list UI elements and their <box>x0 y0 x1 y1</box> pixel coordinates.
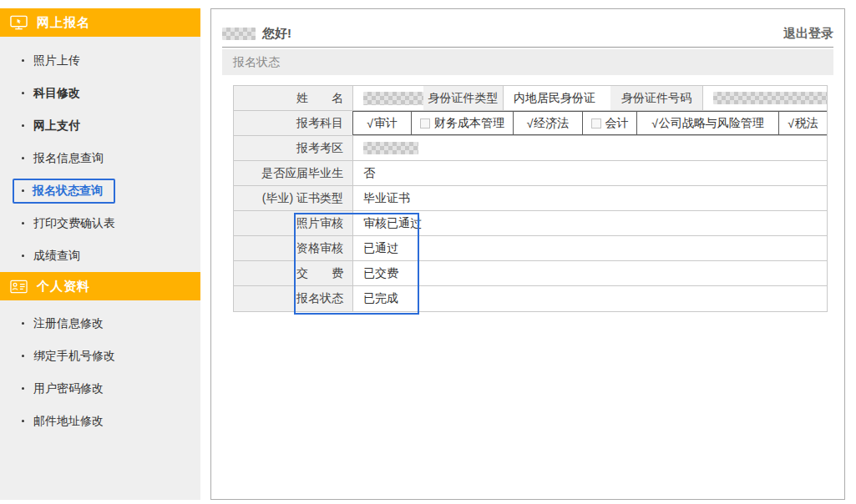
bullet-icon <box>22 189 24 192</box>
id-type-value: 内地居民身份证 <box>503 86 610 110</box>
sidebar-item-subject-modify[interactable]: 科目修改 <box>0 77 200 109</box>
qualification-review-label: 资格审核 <box>234 236 352 260</box>
registration-status-label: 报名状态 <box>234 286 352 311</box>
subject-tax-law: √ 税法 <box>779 111 827 135</box>
photo-review-label: 照片审核 <box>234 211 352 235</box>
selected-item-outline: 报名状态查询 <box>13 179 115 204</box>
redacted-exam-district <box>363 142 418 154</box>
table-row-exam-district: 报考考区 <box>234 136 827 161</box>
subject-strategy-risk: √ 公司战略与风险管理 <box>637 111 779 135</box>
bullet-icon <box>22 59 24 62</box>
subject-financial-cost-management: 财务成本管理 <box>412 111 514 135</box>
header-divider <box>222 47 833 48</box>
table-row-registration-status: 报名状态 已完成 <box>234 286 827 311</box>
exam-district-value <box>352 136 827 160</box>
section-title: 报名状态 <box>233 55 280 70</box>
table-row-subjects: 报考科目 √ 审计 财务成本管理 √ 经济法 <box>234 111 827 136</box>
subject-accounting: 会计 <box>583 111 637 135</box>
bullet-icon <box>22 420 24 422</box>
sidebar-section-online-registration: 网上报名 <box>0 8 200 37</box>
checkbox-unchecked-icon <box>420 118 430 129</box>
checkbox-unchecked-icon <box>591 118 601 129</box>
subjects-cells: √ 审计 财务成本管理 √ 经济法 会计 <box>352 111 827 135</box>
name-value <box>352 86 423 110</box>
exam-district-label: 报考考区 <box>234 136 352 160</box>
greeting: 您好! <box>222 26 291 42</box>
sidebar-section2-title: 个人资料 <box>37 279 90 295</box>
certificate-type-value: 毕业证书 <box>352 186 827 210</box>
bullet-icon <box>22 355 24 357</box>
table-row-photo-review: 照片审核 审核已通过 <box>234 211 827 236</box>
redacted-username <box>222 28 256 40</box>
sidebar-item-password-modify[interactable]: 用户密码修改 <box>0 372 200 405</box>
logout-link[interactable]: 退出登录 <box>783 26 833 42</box>
sidebar-item-phone-modify[interactable]: 绑定手机号修改 <box>0 340 200 372</box>
bullet-icon <box>22 92 24 94</box>
name-label: 姓 名 <box>234 86 352 110</box>
table-row-certificate-type: (毕业) 证书类型 毕业证书 <box>234 186 827 211</box>
sidebar-item-photo-upload[interactable]: 照片上传 <box>0 44 200 77</box>
panel-header: 您好! 退出登录 <box>222 21 833 46</box>
sidebar-section-personal-info: 个人资料 <box>0 272 200 300</box>
certificate-type-label: (毕业) 证书类型 <box>234 186 352 210</box>
payment-label: 交 费 <box>234 261 352 285</box>
table-row-fresh-graduate: 是否应届毕业生 否 <box>234 161 827 186</box>
bullet-icon <box>22 387 24 390</box>
redacted-id-number <box>713 92 827 104</box>
id-type-label: 身份证件类型 <box>423 86 503 110</box>
redacted-name <box>363 92 423 105</box>
bullet-icon <box>22 322 24 325</box>
fresh-graduate-label: 是否应届毕业生 <box>234 161 352 185</box>
check-icon: √ <box>788 117 794 130</box>
sidebar-menu-registration: 照片上传 科目修改 网上支付 报名信息查询 报名状态查询 打印交费确认表 成绩查… <box>0 44 200 272</box>
main-panel: 您好! 退出登录 报名状态 姓 名 身份证件类型 内地居民身份证 身份证件号码 <box>210 8 845 500</box>
qualification-review-value: 已通过 <box>352 236 827 260</box>
sidebar-section1-title: 网上报名 <box>37 15 90 31</box>
check-icon: √ <box>367 117 373 130</box>
sidebar-menu-personal: 注册信息修改 绑定手机号修改 用户密码修改 邮件地址修改 <box>0 307 200 437</box>
greeting-text: 您好! <box>262 26 291 42</box>
check-icon: √ <box>527 117 534 130</box>
registration-status-value: 已完成 <box>352 286 827 311</box>
id-number-value <box>702 86 827 110</box>
sidebar-item-registration-info-modify[interactable]: 注册信息修改 <box>0 307 200 340</box>
photo-review-value: 审核已通过 <box>352 211 827 235</box>
payment-value: 已交费 <box>352 261 827 285</box>
bullet-icon <box>22 255 24 257</box>
table-row-identity: 姓 名 身份证件类型 内地居民身份证 身份证件号码 <box>234 86 827 111</box>
sidebar: 网上报名 照片上传 科目修改 网上支付 报名信息查询 报名状态查询 打印交费确认… <box>0 8 200 500</box>
subject-audit: √ 审计 <box>353 111 412 135</box>
subject-economic-law: √ 经济法 <box>514 111 583 135</box>
sidebar-item-online-payment[interactable]: 网上支付 <box>0 109 200 142</box>
bullet-icon <box>22 124 24 127</box>
table-row-payment: 交 费 已交费 <box>234 261 827 286</box>
monitor-icon <box>10 15 28 30</box>
subjects-label: 报考科目 <box>234 111 352 135</box>
fresh-graduate-value: 否 <box>352 161 827 185</box>
status-table: 姓 名 身份证件类型 内地居民身份证 身份证件号码 报考科目 √ 审计 <box>233 85 828 312</box>
check-icon: √ <box>651 117 658 130</box>
id-card-icon <box>10 280 28 294</box>
sidebar-item-score-query[interactable]: 成绩查询 <box>0 239 200 272</box>
sidebar-item-email-modify[interactable]: 邮件地址修改 <box>0 405 200 437</box>
table-row-qualification-review: 资格审核 已通过 <box>234 236 827 261</box>
bullet-icon <box>22 222 24 224</box>
id-number-label: 身份证件号码 <box>610 86 702 110</box>
sidebar-item-registration-info-query[interactable]: 报名信息查询 <box>0 142 200 174</box>
bullet-icon <box>22 157 24 159</box>
section-title-bar: 报名状态 <box>222 49 833 75</box>
sidebar-item-registration-status-query[interactable]: 报名状态查询 <box>0 174 200 207</box>
status-table-wrapper: 姓 名 身份证件类型 内地居民身份证 身份证件号码 报考科目 √ 审计 <box>233 85 828 312</box>
sidebar-item-print-payment-confirmation[interactable]: 打印交费确认表 <box>0 207 200 239</box>
